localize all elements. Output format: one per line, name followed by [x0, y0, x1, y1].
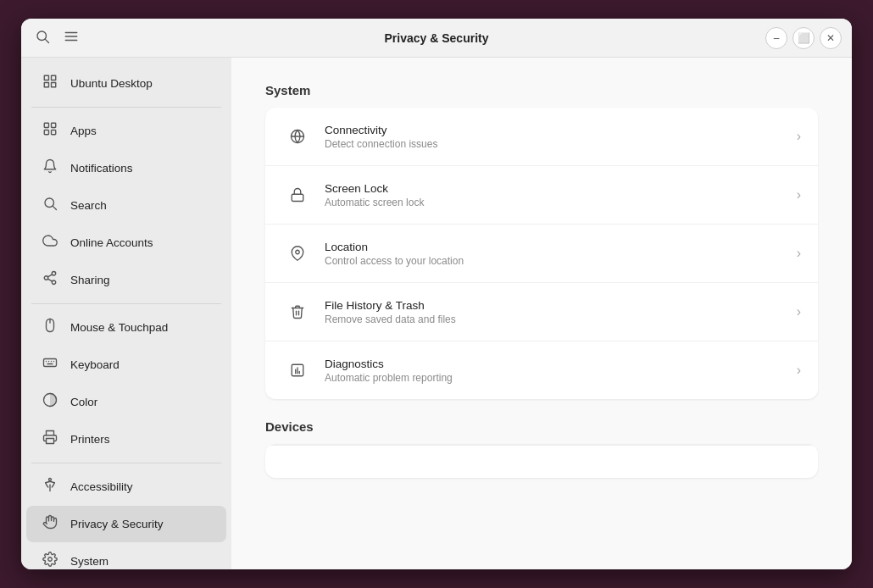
- globe-icon: [282, 121, 313, 152]
- accessibility-icon: [42, 477, 58, 496]
- hand-icon: [42, 514, 58, 534]
- sidebar-item-printers[interactable]: Printers: [26, 421, 226, 458]
- file-history-subtitle: Remove saved data and files: [325, 313, 797, 325]
- sidebar-label-mouse-touchpad: Mouse & Touchpad: [70, 321, 168, 334]
- svg-line-1: [45, 39, 48, 42]
- svg-rect-29: [47, 439, 54, 444]
- diagnostics-text: Diagnostics Automatic problem reporting: [325, 358, 797, 384]
- svg-point-36: [296, 250, 300, 254]
- sidebar-label-printers: Printers: [70, 433, 110, 446]
- divider-1: [31, 107, 221, 108]
- grid-icon: [42, 74, 58, 93]
- system-card: Connectivity Detect connection issues › …: [265, 108, 818, 399]
- sidebar-label-search: Search: [70, 199, 107, 212]
- sidebar-label-notifications: Notifications: [70, 162, 133, 175]
- sidebar-item-keyboard[interactable]: Keyboard: [26, 347, 226, 383]
- screen-lock-subtitle: Automatic screen lock: [325, 197, 797, 208]
- sidebar-label-keyboard: Keyboard: [70, 358, 120, 371]
- connectivity-subtitle: Detect connection issues: [325, 138, 797, 150]
- sidebar-label-accessibility: Accessibility: [70, 480, 133, 493]
- sidebar-item-accessibility[interactable]: Accessibility: [26, 469, 226, 505]
- devices-section: Devices: [265, 419, 818, 478]
- sidebar-item-color[interactable]: Color: [26, 384, 226, 420]
- sidebar-item-online-accounts[interactable]: Online Accounts: [26, 225, 226, 261]
- connectivity-item[interactable]: Connectivity Detect connection issues ›: [265, 108, 818, 166]
- svg-rect-6: [52, 75, 56, 80]
- sidebar-item-mouse-touchpad[interactable]: Mouse & Touchpad: [26, 309, 226, 346]
- titlebar: Privacy & Security – ⬜ ✕: [21, 19, 852, 58]
- svg-rect-35: [292, 194, 303, 201]
- svg-rect-9: [44, 123, 48, 127]
- mouse-icon: [42, 318, 58, 337]
- svg-rect-7: [44, 83, 48, 87]
- maximize-button[interactable]: ⬜: [792, 27, 815, 49]
- sidebar-item-sharing[interactable]: Sharing: [26, 262, 226, 298]
- keyboard-icon: [42, 355, 58, 374]
- search-icon: [42, 196, 58, 215]
- file-history-item[interactable]: File History & Trash Remove saved data a…: [265, 283, 818, 341]
- connectivity-title: Connectivity: [325, 124, 797, 136]
- sidebar-label-apps: Apps: [70, 125, 97, 137]
- file-history-title: File History & Trash: [325, 299, 797, 312]
- sidebar-item-ubuntu-desktop[interactable]: Ubuntu Desktop: [26, 65, 226, 102]
- minimize-button[interactable]: –: [765, 27, 787, 49]
- svg-rect-10: [52, 123, 56, 127]
- trash-icon: [282, 297, 313, 327]
- location-item[interactable]: Location Control access to your location…: [265, 225, 818, 283]
- screen-lock-arrow: ›: [797, 187, 801, 202]
- diagnostics-arrow: ›: [797, 363, 801, 378]
- divider-2: [31, 303, 221, 304]
- apps-icon: [42, 121, 58, 141]
- gear-icon: [42, 552, 58, 569]
- svg-point-32: [48, 557, 53, 562]
- divider-3: [31, 463, 221, 463]
- window-controls: – ⬜ ✕: [765, 27, 842, 49]
- diagnostics-subtitle: Automatic problem reporting: [325, 372, 797, 384]
- svg-rect-5: [44, 75, 48, 80]
- svg-rect-12: [52, 130, 56, 135]
- devices-card: [265, 444, 818, 478]
- screen-lock-title: Screen Lock: [325, 182, 797, 195]
- pin-icon: [282, 238, 313, 269]
- sidebar-label-system: System: [70, 555, 108, 568]
- system-section-title: System: [265, 83, 818, 97]
- sidebar: Ubuntu Desktop Apps Notifications: [21, 58, 231, 569]
- sidebar-item-notifications[interactable]: Notifications: [26, 150, 226, 186]
- system-section: System Connectivity Detect connection is…: [265, 83, 818, 399]
- svg-point-30: [49, 479, 52, 481]
- screen-lock-text: Screen Lock Automatic screen lock: [325, 182, 797, 208]
- menu-icon-btn[interactable]: [60, 25, 82, 51]
- location-text: Location Control access to your location: [325, 241, 797, 267]
- svg-line-14: [53, 206, 56, 209]
- share-icon: [42, 270, 58, 290]
- sidebar-item-search[interactable]: Search: [26, 187, 226, 224]
- sidebar-item-apps[interactable]: Apps: [26, 113, 226, 149]
- color-icon: [42, 392, 58, 412]
- cloud-icon: [42, 233, 58, 252]
- connectivity-text: Connectivity Detect connection issues: [325, 124, 797, 150]
- location-arrow: ›: [797, 246, 801, 261]
- main-content: Ubuntu Desktop Apps Notifications: [21, 58, 852, 569]
- location-subtitle: Control access to your location: [325, 255, 797, 267]
- sidebar-label-ubuntu-desktop: Ubuntu Desktop: [70, 77, 153, 90]
- lock-icon: [282, 180, 313, 210]
- location-title: Location: [325, 241, 797, 253]
- svg-rect-11: [44, 130, 48, 135]
- diagnostics-item[interactable]: Diagnostics Automatic problem reporting …: [265, 341, 818, 399]
- titlebar-left: [31, 25, 82, 51]
- bell-icon: [42, 158, 58, 178]
- window-title: Privacy & Security: [385, 31, 489, 45]
- file-history-text: File History & Trash Remove saved data a…: [325, 299, 797, 325]
- screen-lock-item[interactable]: Screen Lock Automatic screen lock ›: [265, 166, 818, 225]
- svg-line-19: [47, 275, 52, 277]
- close-button[interactable]: ✕: [820, 27, 842, 49]
- main-panel: System Connectivity Detect connection is…: [231, 58, 852, 569]
- sidebar-item-system[interactable]: System: [26, 543, 226, 569]
- sidebar-label-privacy-security: Privacy & Security: [70, 518, 164, 530]
- sidebar-item-privacy-security[interactable]: Privacy & Security: [26, 506, 226, 542]
- sidebar-label-color: Color: [70, 396, 97, 408]
- diagnostics-title: Diagnostics: [325, 358, 797, 370]
- svg-rect-22: [44, 359, 57, 367]
- connectivity-arrow: ›: [797, 129, 801, 144]
- search-icon-btn[interactable]: [31, 25, 53, 51]
